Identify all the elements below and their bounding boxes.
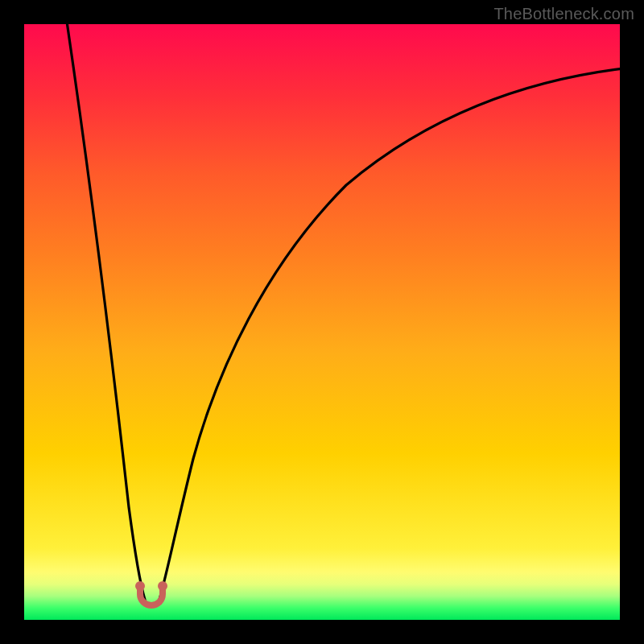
trough-dot-right — [158, 581, 167, 591]
plot-area — [24, 24, 620, 620]
trough-dot-left — [135, 581, 145, 591]
bottleneck-curve — [24, 24, 620, 620]
watermark-text: TheBottleneck.com — [493, 5, 634, 23]
chart-frame: TheBottleneck.com — [0, 0, 644, 644]
